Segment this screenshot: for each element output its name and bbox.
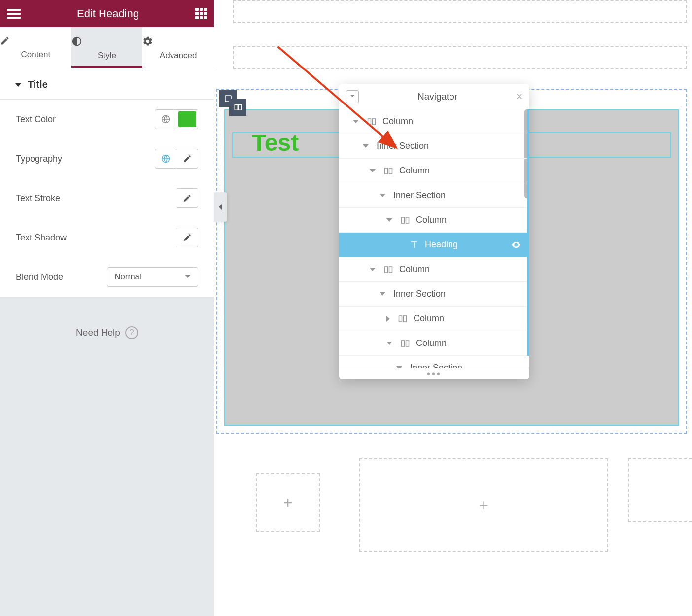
global-color-button[interactable]: [155, 109, 176, 129]
add-widget-button[interactable]: +: [256, 473, 320, 532]
collapse-panel-button[interactable]: [214, 192, 227, 222]
style-settings: Title Text Color Typography: [0, 68, 214, 297]
edit-text-stroke-button[interactable]: [176, 188, 198, 208]
tab-style-label: Style: [71, 51, 143, 61]
column-icon: [400, 340, 410, 347]
text-shadow-label: Text Shadow: [16, 233, 67, 243]
empty-section-placeholder[interactable]: [233, 0, 687, 23]
navigator-tree[interactable]: ColumnInner SectionColumnInner SectionCo…: [339, 109, 529, 368]
caret-down-icon: [15, 83, 22, 87]
navigator-item-label: Inner Section: [410, 363, 462, 368]
empty-section-placeholder[interactable]: [233, 46, 687, 69]
caret-down-icon: [386, 218, 392, 222]
svg-rect-15: [399, 316, 402, 322]
navigator-item-column[interactable]: Column: [339, 208, 529, 233]
color-swatch: [178, 111, 196, 127]
edit-typography-button[interactable]: [176, 149, 198, 169]
navigator-item-column[interactable]: Column: [339, 159, 529, 183]
svg-rect-3: [235, 104, 238, 110]
tab-content[interactable]: Content: [0, 27, 71, 68]
column-icon: [383, 266, 393, 274]
menu-icon[interactable]: [7, 9, 21, 19]
column-icon: [367, 118, 377, 126]
svg-rect-9: [385, 168, 388, 174]
navigator-item-column[interactable]: Column: [339, 257, 529, 282]
svg-rect-4: [238, 104, 241, 110]
caret-down-icon: [370, 169, 376, 172]
svg-rect-17: [402, 341, 405, 346]
help-text: Need Help: [76, 327, 120, 338]
svg-rect-16: [404, 316, 407, 322]
typography-control: Typography: [0, 139, 214, 178]
svg-rect-8: [373, 119, 376, 125]
navigator-item-column[interactable]: Column: [339, 307, 529, 331]
apps-icon[interactable]: [195, 8, 207, 20]
navigator-item-label: Column: [399, 264, 430, 274]
add-widget-button[interactable]: +: [359, 458, 608, 552]
color-picker-button[interactable]: [176, 109, 198, 129]
svg-rect-18: [406, 341, 409, 346]
text-shadow-control: Text Shadow: [0, 218, 214, 257]
chevron-down-icon: [185, 275, 191, 279]
global-typography-button[interactable]: [155, 149, 176, 169]
help-link[interactable]: Need Help ?: [0, 297, 214, 369]
svg-rect-14: [389, 267, 392, 273]
tab-style[interactable]: Style: [71, 27, 143, 68]
navigator-item-inner-section[interactable]: Inner Section: [339, 134, 529, 159]
tab-advanced[interactable]: Advanced: [142, 27, 214, 68]
caret-down-icon: [353, 120, 359, 123]
column-icon: [398, 315, 408, 323]
blend-mode-label: Blend Mode: [16, 272, 63, 282]
blend-mode-select[interactable]: Normal: [107, 267, 198, 287]
heading-icon: [409, 240, 419, 249]
edit-text-shadow-button[interactable]: [176, 228, 198, 247]
navigator-item-label: Column: [382, 116, 413, 127]
text-stroke-label: Text Stroke: [16, 193, 60, 204]
text-color-label: Text Color: [16, 114, 56, 125]
navigator-resize-handle[interactable]: •••: [339, 368, 529, 379]
heading-text[interactable]: Test: [252, 129, 299, 156]
collapse-all-button[interactable]: [346, 90, 359, 103]
gear-icon: [142, 36, 214, 47]
navigator-item-inner-section[interactable]: Inner Section: [339, 183, 529, 208]
navigator-item-inner-section[interactable]: Inner Section: [339, 282, 529, 307]
settings-tabs: Content Style Advanced: [0, 27, 214, 68]
tree-accent-bar: [527, 109, 529, 257]
section-title[interactable]: Title: [0, 68, 214, 100]
navigator-header: Navigator ×: [339, 84, 529, 109]
text-stroke-control: Text Stroke: [0, 178, 214, 218]
navigator-title: Navigator: [359, 91, 516, 102]
tab-content-label: Content: [0, 50, 71, 60]
column-icon: [383, 167, 393, 175]
sidebar-header: Edit Heading: [0, 0, 214, 27]
svg-rect-13: [385, 267, 388, 273]
visibility-icon[interactable]: [511, 241, 521, 249]
navigator-item-label: Inner Section: [393, 190, 446, 201]
navigator-item-column[interactable]: Column: [339, 331, 529, 356]
add-widget-button[interactable]: [628, 458, 692, 522]
panel-title: Edit Heading: [21, 7, 195, 20]
navigator-item-heading[interactable]: Heading: [339, 233, 529, 257]
caret-down-icon: [363, 144, 369, 148]
navigator-item-column[interactable]: Column: [339, 109, 529, 134]
navigator-item-label: Column: [416, 215, 447, 225]
pencil-icon: [0, 36, 71, 46]
navigator-item-label: Heading: [425, 240, 458, 250]
navigator-item-inner-section[interactable]: Inner Section: [339, 356, 529, 368]
section-title-label: Title: [28, 79, 48, 90]
help-icon: ?: [125, 326, 138, 339]
close-icon[interactable]: ×: [516, 90, 522, 103]
typography-label: Typography: [16, 154, 62, 164]
svg-rect-12: [406, 217, 409, 223]
caret-down-icon: [380, 194, 385, 197]
caret-right-icon: [386, 316, 390, 322]
svg-rect-10: [389, 168, 392, 174]
blend-mode-control: Blend Mode Normal: [0, 257, 214, 297]
navigator-item-label: Column: [414, 313, 444, 324]
navigator-item-label: Inner Section: [393, 289, 446, 299]
caret-down-icon: [396, 366, 402, 368]
column-icon: [400, 216, 410, 224]
svg-rect-11: [402, 217, 405, 223]
column-handle[interactable]: [229, 99, 246, 116]
tree-accent-bar: [527, 257, 529, 356]
